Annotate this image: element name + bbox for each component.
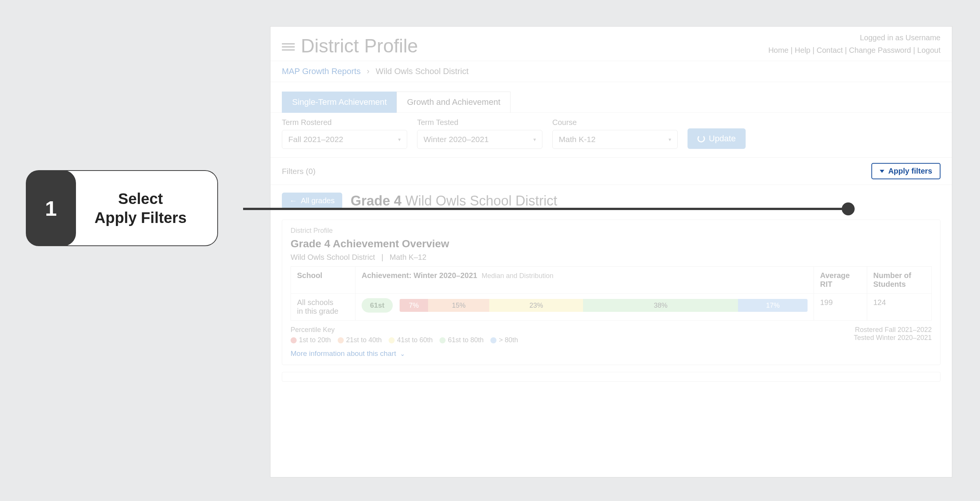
legend-dot-icon [338, 337, 344, 344]
achievement-overview-card: District Profile Grade 4 Achievement Ove… [282, 219, 940, 365]
legend-dot-icon [490, 337, 496, 344]
card-title: Grade 4 Achievement Overview [291, 238, 932, 250]
legend-item-3: 41st to 60th [388, 336, 433, 344]
query-filters-row: Term Rostered Fall 2021–2022 ▾ Term Test… [270, 113, 952, 157]
chevron-down-icon: ⌄ [400, 350, 405, 358]
course-group: Course Math K-12 ▾ [552, 118, 678, 149]
term-rostered-group: Term Rostered Fall 2021–2022 ▾ [282, 118, 407, 149]
annotation-connector-line [243, 208, 850, 210]
chevron-right-icon: › [367, 67, 369, 76]
app-window: District Profile Logged in as Username H… [270, 27, 952, 477]
caret-down-icon: ▾ [398, 136, 401, 142]
all-grades-label: All grades [301, 196, 335, 205]
card-eyebrow: District Profile [291, 227, 932, 235]
term-tested-group: Term Tested Winter 2020–2021 ▾ [417, 118, 542, 149]
dist-seg-3: 23% [489, 299, 583, 312]
legend-item-2: 21st to 40th [338, 336, 382, 344]
legend-rostered-text: Rostered Fall 2021–2022 [854, 326, 932, 334]
legend-dot-icon [439, 337, 445, 344]
legend-item-5: > 80th [490, 336, 518, 344]
dist-seg-4: 38% [583, 299, 738, 312]
term-tested-value: Winter 2020–2021 [423, 135, 489, 144]
update-button-label: Update [709, 134, 736, 143]
caret-down-icon: ▾ [533, 136, 536, 142]
col-avg-rit-header: Average RIT [814, 267, 867, 294]
breadcrumb-current: Wild Owls School District [375, 67, 468, 76]
caret-down-icon: ▾ [668, 136, 671, 142]
term-rostered-value: Fall 2021–2022 [288, 135, 344, 144]
term-tested-select[interactable]: Winter 2020–2021 ▾ [417, 130, 542, 149]
legend-dot-icon [388, 337, 395, 344]
annotation-step-number: 1 [45, 196, 57, 221]
table-row: All schools in this grade 61st 7% 15% 23… [291, 294, 932, 321]
term-tested-label: Term Tested [417, 118, 542, 127]
annotation-step-badge: 1 [26, 170, 76, 246]
more-info-label: More information about this chart [291, 350, 396, 358]
legend-item-1: 1st to 20th [291, 336, 331, 344]
apply-filters-button[interactable]: Apply filters [871, 163, 940, 179]
arrow-left-icon: ← [290, 196, 297, 205]
next-card-placeholder [282, 372, 940, 382]
legend-item-4: 61st to 80th [439, 336, 484, 344]
annotation-connector-dot [842, 202, 855, 215]
col-num-students-header: Number of Students [867, 267, 932, 294]
nav-home-link[interactable]: Home [768, 46, 789, 54]
course-value: Math K-12 [559, 135, 596, 144]
nav-change-password-link[interactable]: Change Password [849, 46, 911, 54]
legend-row: Percentile Key 1st to 20th 21st to 40th … [291, 326, 932, 344]
filters-bar: Filters (0) Apply filters [270, 157, 952, 185]
achievement-table: School Achievement: Winter 2020–2021 Med… [291, 266, 932, 321]
dist-seg-5: 17% [738, 299, 808, 312]
grade-heading-rest: Wild Owls School District [401, 193, 557, 208]
header-user-area: Logged in as Username Home | Help | Cont… [768, 33, 940, 55]
annotation-line-1: Select [118, 189, 163, 208]
nav-contact-link[interactable]: Contact [817, 46, 843, 54]
logged-in-as-text: Logged in as Username [768, 33, 940, 42]
menu-icon[interactable] [282, 40, 295, 53]
card-subtitle: Wild Owls School District | Math K–12 [291, 253, 932, 262]
breadcrumb-root-link[interactable]: MAP Growth Reports [282, 67, 361, 76]
update-button[interactable]: Update [687, 128, 746, 149]
term-rostered-label: Term Rostered [282, 118, 407, 127]
annotation-callout: 1 Select Apply Filters [26, 170, 218, 246]
cell-achievement: 61st 7% 15% 23% 38% 17% [356, 294, 814, 321]
cell-school: All schools in this grade [291, 294, 356, 321]
median-percentile-pill: 61st [362, 298, 393, 313]
grade-heading-bold: Grade 4 [351, 193, 401, 208]
filters-count-label: Filters (0) [282, 167, 316, 176]
tab-single-term-achievement[interactable]: Single-Term Achievement [282, 92, 397, 113]
table-header-row: School Achievement: Winter 2020–2021 Med… [291, 267, 932, 294]
percentile-key-title: Percentile Key [291, 326, 518, 334]
apply-filters-label: Apply filters [888, 167, 932, 175]
nav-logout-link[interactable]: Logout [917, 46, 940, 54]
nav-help-link[interactable]: Help [795, 46, 810, 54]
tab-growth-and-achievement[interactable]: Growth and Achievement [396, 92, 511, 113]
all-grades-button[interactable]: ← All grades [282, 192, 342, 209]
caret-down-icon [880, 170, 884, 173]
cell-num-students: 124 [867, 294, 932, 321]
more-info-toggle[interactable]: More information about this chart ⌄ [291, 350, 932, 358]
term-rostered-select[interactable]: Fall 2021–2022 ▾ [282, 130, 407, 149]
course-select[interactable]: Math K-12 ▾ [552, 130, 678, 149]
annotation-line-2: Apply Filters [95, 208, 186, 227]
legend-tested-text: Tested Winter 2020–2021 [854, 334, 932, 342]
dist-seg-1: 7% [399, 299, 428, 312]
cell-avg-rit: 199 [814, 294, 867, 321]
distribution-bar: 7% 15% 23% 38% 17% [399, 299, 808, 312]
header-bar: District Profile Logged in as Username H… [270, 27, 952, 61]
page-title: District Profile [301, 35, 418, 57]
col-school-header: School [291, 267, 356, 294]
refresh-icon [697, 135, 705, 142]
tabs-row: Single-Term Achievement Growth and Achie… [270, 82, 952, 113]
grade-heading: Grade 4 Wild Owls School District [351, 193, 557, 209]
dist-seg-2: 15% [428, 299, 489, 312]
col-achievement-header: Achievement: Winter 2020–2021 Median and… [356, 267, 814, 294]
breadcrumb: MAP Growth Reports › Wild Owls School Di… [270, 61, 952, 82]
course-label: Course [552, 118, 678, 127]
legend-dot-icon [291, 337, 297, 344]
